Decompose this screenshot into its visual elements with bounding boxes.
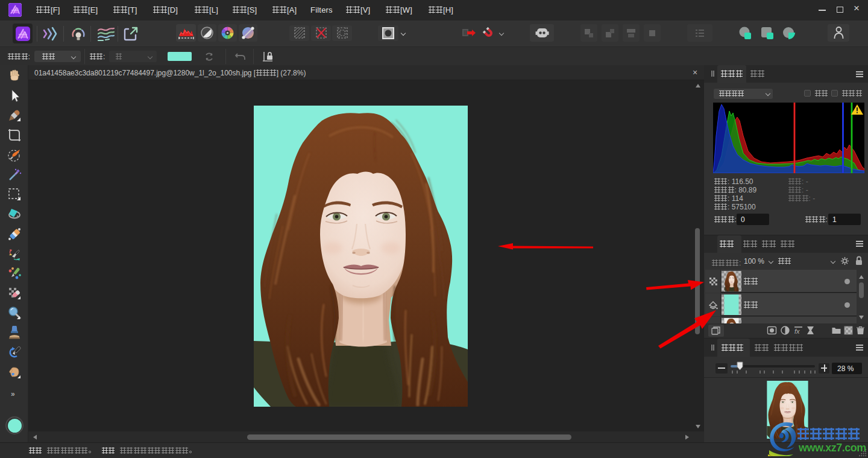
svg-text:fx: fx — [794, 328, 800, 335]
